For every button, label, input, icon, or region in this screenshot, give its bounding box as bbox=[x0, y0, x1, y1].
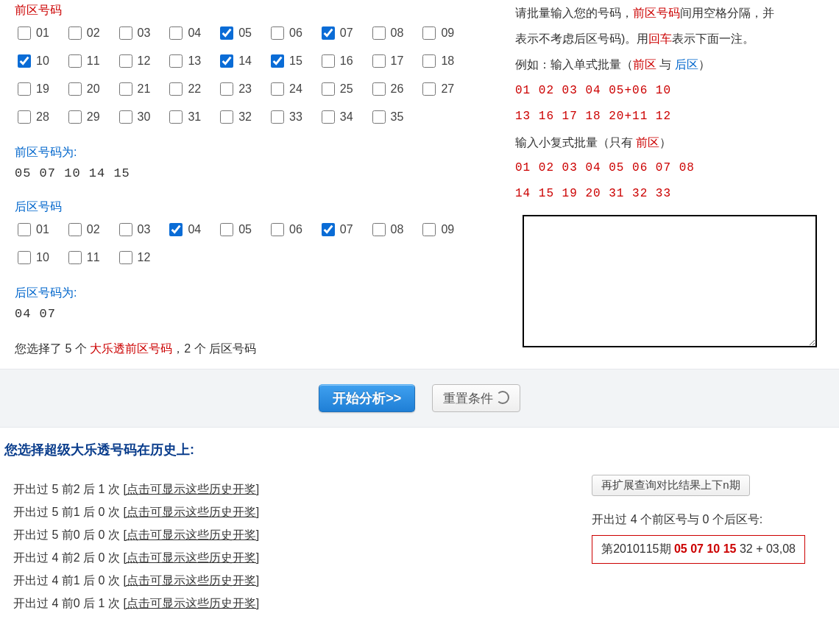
front-number-13[interactable]: 13 bbox=[166, 52, 201, 70]
show-history-link[interactable]: [点击可显示这些历史开奖] bbox=[123, 597, 259, 609]
front-checkbox-28[interactable] bbox=[18, 110, 31, 124]
front-checkbox-14[interactable] bbox=[220, 54, 233, 68]
front-number-02[interactable]: 02 bbox=[66, 24, 100, 42]
analyze-button[interactable]: 开始分析>> bbox=[319, 384, 415, 412]
front-checkbox-31[interactable] bbox=[169, 110, 183, 124]
front-number-12[interactable]: 12 bbox=[116, 52, 151, 70]
back-number-03[interactable]: 03 bbox=[116, 221, 151, 238]
front-number-34[interactable]: 34 bbox=[319, 108, 353, 126]
front-number-18[interactable]: 18 bbox=[420, 52, 454, 70]
front-number-03[interactable]: 03 bbox=[116, 24, 151, 42]
front-checkbox-26[interactable] bbox=[372, 82, 386, 96]
back-number-08[interactable]: 08 bbox=[369, 221, 404, 238]
show-history-link[interactable]: [点击可显示这些历史开奖] bbox=[123, 506, 259, 518]
back-checkbox-11[interactable] bbox=[68, 251, 82, 264]
back-number-11[interactable]: 11 bbox=[66, 249, 100, 266]
front-checkbox-09[interactable] bbox=[422, 26, 436, 40]
front-number-23[interactable]: 23 bbox=[217, 80, 252, 98]
show-history-link[interactable]: [点击可显示这些历史开奖] bbox=[123, 483, 259, 495]
front-number-01[interactable]: 01 bbox=[15, 24, 49, 42]
front-checkbox-25[interactable] bbox=[322, 82, 335, 96]
show-history-link[interactable]: [点击可显示这些历史开奖] bbox=[123, 574, 259, 587]
back-number-07[interactable]: 07 bbox=[319, 221, 353, 238]
front-checkbox-27[interactable] bbox=[422, 82, 436, 96]
front-number-06[interactable]: 06 bbox=[268, 24, 302, 42]
front-number-17[interactable]: 17 bbox=[369, 52, 404, 70]
front-checkbox-18[interactable] bbox=[422, 54, 436, 68]
front-checkbox-06[interactable] bbox=[271, 26, 284, 40]
reset-button[interactable]: 重置条件 bbox=[432, 384, 520, 412]
front-checkbox-29[interactable] bbox=[68, 110, 82, 124]
front-number-21[interactable]: 21 bbox=[116, 80, 151, 98]
front-number-32[interactable]: 32 bbox=[217, 108, 252, 126]
front-number-10[interactable]: 10 bbox=[15, 52, 49, 70]
show-history-link[interactable]: [点击可显示这些历史开奖] bbox=[123, 528, 259, 541]
front-number-35[interactable]: 35 bbox=[369, 108, 404, 126]
front-checkbox-04[interactable] bbox=[169, 26, 183, 40]
front-checkbox-34[interactable] bbox=[322, 110, 335, 124]
front-checkbox-10[interactable] bbox=[18, 54, 31, 68]
back-checkbox-06[interactable] bbox=[271, 223, 284, 236]
front-number-28[interactable]: 28 bbox=[15, 108, 49, 126]
front-checkbox-21[interactable] bbox=[119, 82, 132, 96]
back-checkbox-05[interactable] bbox=[220, 223, 233, 236]
front-number-27[interactable]: 27 bbox=[420, 80, 454, 98]
front-number-20[interactable]: 20 bbox=[66, 80, 100, 98]
front-checkbox-02[interactable] bbox=[68, 26, 82, 40]
back-number-04[interactable]: 04 bbox=[166, 221, 201, 238]
show-history-link[interactable]: [点击可显示这些历史开奖] bbox=[123, 551, 259, 564]
front-checkbox-16[interactable] bbox=[322, 54, 335, 68]
front-checkbox-17[interactable] bbox=[372, 54, 386, 68]
back-checkbox-01[interactable] bbox=[18, 223, 31, 236]
front-checkbox-08[interactable] bbox=[372, 26, 386, 40]
batch-input-textarea[interactable] bbox=[523, 215, 817, 347]
front-checkbox-30[interactable] bbox=[119, 110, 132, 124]
back-checkbox-08[interactable] bbox=[372, 223, 386, 236]
front-number-15[interactable]: 15 bbox=[268, 52, 302, 70]
back-number-06[interactable]: 06 bbox=[268, 221, 302, 238]
front-number-11[interactable]: 11 bbox=[66, 52, 100, 70]
front-checkbox-11[interactable] bbox=[68, 54, 82, 68]
front-number-33[interactable]: 33 bbox=[268, 108, 302, 126]
front-checkbox-32[interactable] bbox=[220, 110, 233, 124]
back-number-01[interactable]: 01 bbox=[15, 221, 49, 238]
front-number-04[interactable]: 04 bbox=[166, 24, 201, 42]
front-number-14[interactable]: 14 bbox=[217, 52, 252, 70]
back-number-10[interactable]: 10 bbox=[15, 249, 49, 266]
back-number-12[interactable]: 12 bbox=[116, 249, 151, 266]
front-number-31[interactable]: 31 bbox=[166, 108, 201, 126]
front-number-05[interactable]: 05 bbox=[217, 24, 252, 42]
back-checkbox-07[interactable] bbox=[322, 223, 335, 236]
front-number-08[interactable]: 08 bbox=[369, 24, 404, 42]
front-checkbox-22[interactable] bbox=[169, 82, 183, 96]
front-checkbox-33[interactable] bbox=[271, 110, 284, 124]
front-checkbox-07[interactable] bbox=[322, 26, 335, 40]
front-number-22[interactable]: 22 bbox=[166, 80, 201, 98]
front-number-24[interactable]: 24 bbox=[268, 80, 302, 98]
front-number-09[interactable]: 09 bbox=[420, 24, 454, 42]
front-number-29[interactable]: 29 bbox=[66, 108, 100, 126]
back-number-09[interactable]: 09 bbox=[420, 221, 454, 238]
back-checkbox-02[interactable] bbox=[68, 223, 82, 236]
front-checkbox-19[interactable] bbox=[18, 82, 31, 96]
back-checkbox-04[interactable] bbox=[169, 223, 183, 236]
back-number-05[interactable]: 05 bbox=[217, 221, 252, 238]
back-checkbox-12[interactable] bbox=[119, 251, 132, 264]
front-checkbox-15[interactable] bbox=[271, 54, 284, 68]
back-number-02[interactable]: 02 bbox=[66, 221, 100, 238]
front-number-16[interactable]: 16 bbox=[319, 52, 353, 70]
front-checkbox-03[interactable] bbox=[119, 26, 132, 40]
back-checkbox-10[interactable] bbox=[18, 251, 31, 264]
front-number-25[interactable]: 25 bbox=[319, 80, 353, 98]
back-checkbox-03[interactable] bbox=[119, 223, 132, 236]
front-checkbox-01[interactable] bbox=[18, 26, 31, 40]
front-checkbox-20[interactable] bbox=[68, 82, 82, 96]
expand-query-button[interactable]: 再扩展查询对比结果上下n期 bbox=[592, 475, 749, 496]
front-number-07[interactable]: 07 bbox=[319, 24, 353, 42]
front-checkbox-23[interactable] bbox=[220, 82, 233, 96]
front-checkbox-12[interactable] bbox=[119, 54, 132, 68]
front-checkbox-13[interactable] bbox=[169, 54, 183, 68]
front-checkbox-35[interactable] bbox=[372, 110, 386, 124]
front-checkbox-24[interactable] bbox=[271, 82, 284, 96]
back-checkbox-09[interactable] bbox=[422, 223, 436, 236]
